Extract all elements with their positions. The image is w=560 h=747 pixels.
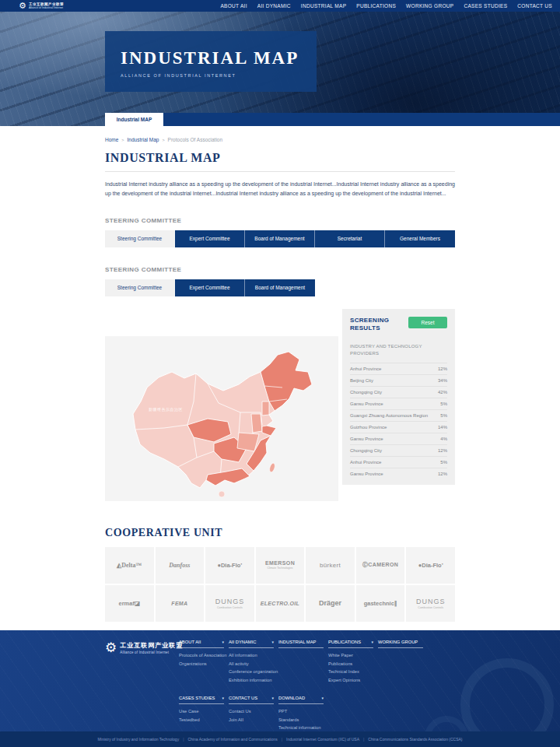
partner-logo-text: FEMA [171,601,187,606]
footer-link[interactable]: Join AII [229,717,274,722]
footer-column-title-text: AII DYNAMIC [229,640,256,644]
committee-tab-steering-committee[interactable]: Steering Committee [105,279,175,296]
partner-logo-cell[interactable]: Danfoss [156,547,205,584]
footer-column-title[interactable]: INDUSTRIAL MAP [278,640,324,648]
footer-gear-icon: ⚙ [105,641,117,654]
footer-link[interactable]: All activity [229,661,274,666]
footer-link[interactable]: Exhibition information [229,678,274,682]
main-nav-items: ABOUT AIIAII DYNAMICINDUSTRIAL MAPPUBLIC… [220,3,552,9]
partner-logo-cell[interactable]: bürkert [306,547,355,584]
footer-link[interactable]: Contact Us [229,709,274,714]
footer-link[interactable]: All information [229,653,274,658]
footer-column-title[interactable]: CONTACT US▾ [229,696,274,704]
gear-logo-icon: ⚙ [19,2,26,10]
map-region-label: 新疆维吾尔自治区 [149,407,183,412]
partner-logo-cell[interactable]: ●Dia-Flo’ [205,547,254,584]
partner-logo-cell[interactable]: EMERSONClimate Technologies [256,547,305,584]
committee-tab-expert-committee[interactable]: Expert Committee [175,279,245,296]
screening-row[interactable]: Anhui Province12% [350,363,447,374]
footer-column-title-text: CASES STUDIES [179,696,215,700]
footer-link[interactable]: Expert Opinions [328,678,373,682]
tab-industrial-map[interactable]: Industrial MAP [105,113,163,126]
footer-link[interactable]: Standards [278,717,324,722]
bottom-link[interactable]: Industrial Internet Consortium (IIC) of … [286,737,359,742]
partner-logo-cell[interactable]: ELECTRO.OIL [256,585,305,622]
screening-row-list: Anhui Province12%Beijing City34%Chongqin… [350,363,447,479]
screening-row[interactable]: Gansu Province12% [350,468,447,479]
breadcrumb-industrial-map[interactable]: Industrial Map [128,137,159,142]
screening-row[interactable]: Anhui Province5% [350,456,447,468]
partner-logo-cell[interactable]: ◭Delta™ [105,547,154,584]
partner-logo-cell[interactable]: ermaf◪ [105,585,154,622]
breadcrumb-home[interactable]: Home [105,137,118,142]
footer-column-links: Protocols of AssociationOrganizations [179,653,224,666]
nav-item-aii-dynamic[interactable]: AII DYNAMIC [257,3,291,9]
partner-logo-cell[interactable]: DUNGSCombustion Controls [205,585,254,622]
committee-tab-board-of-management[interactable]: Board of Management [245,230,315,247]
nav-item-contact-us[interactable]: CONTACT US [517,3,552,9]
reset-button[interactable]: Reset [408,317,447,328]
nav-item-about-aii[interactable]: ABOUT AII [220,3,247,9]
site-logo[interactable]: ⚙ 工业互联网产业联盟 Alliance of Industrial Inter… [19,2,64,10]
map-region-hainan [219,491,225,497]
footer-link[interactable]: Conference organization [229,669,274,674]
screening-row[interactable]: Beijing City34% [350,374,447,386]
china-map-panel: 新疆维吾尔自治区 [105,336,338,501]
partner-logo-cell[interactable]: FEMA [156,585,205,622]
footer-column-title[interactable]: PUBLICATIONS▾ [328,640,373,648]
partner-logo-cell[interactable]: ●Dia-Flo’ [406,547,455,584]
footer-column-title[interactable]: DOWNLOAD▾ [278,696,324,704]
page-description: Industrial Internet industry alliance as… [105,180,455,198]
footer-link[interactable]: White Paper [328,653,373,658]
screening-row-name: Chongqing City [350,390,382,395]
footer-link[interactable]: Protocols of Association [179,653,224,658]
footer-logo[interactable]: ⚙ 工业互联网产业联盟 Alliance of Industrial Inter… [105,641,183,654]
bottom-link[interactable]: China Communications Standards Associati… [368,737,462,742]
partner-logo-text: DUNGS [416,598,446,605]
chevron-down-icon: ▾ [222,696,224,700]
footer-column-title[interactable]: ABOUT AII▾ [179,640,224,648]
map-region-shanxi [251,414,262,433]
screening-row-name: Anhui Province [350,460,381,465]
footer-column-title[interactable]: AII DYNAMIC▾ [229,640,274,648]
nav-item-publications[interactable]: PUBLICATIONS [356,3,396,9]
footer-link[interactable]: Technical Index [328,669,373,674]
screening-row[interactable]: Gansu Province4% [350,433,447,444]
bottom-link[interactable]: China Academy of Information and Communi… [187,737,277,742]
committee-tab-secretariat[interactable]: Secretariat [315,230,385,247]
footer-column-title[interactable]: WORKING GROUP [378,640,423,648]
partner-logo-cell[interactable]: Dräger [306,585,355,622]
screening-row[interactable]: Chongqing City42% [350,386,447,398]
hero-title-panel: INDUSTRIAL MAP ALLIANCE OF INDUSTRIAL IN… [105,31,317,92]
nav-item-cases-studies[interactable]: CASES STUDIES [464,3,507,9]
committee-tabs-2: Steering CommitteeExpert CommitteeBoard … [105,279,455,296]
bottom-link[interactable]: Ministry of Industry and Information Tec… [97,737,179,742]
partner-logo-text: Danfoss [169,562,190,569]
committee-tab-board-of-management[interactable]: Board of Management [245,279,315,296]
committee-tab-expert-committee[interactable]: Expert Committee [175,230,245,247]
screening-row[interactable]: Guizhou Province14% [350,421,447,433]
footer-column-title[interactable]: CASES STUDIES▾ [179,696,224,704]
screening-row[interactable]: Guangxi Zhuang Autonomous Region5% [350,409,447,421]
partner-logo-cell[interactable]: ⒸCAMERON [356,547,405,584]
screening-row-value: 42% [438,390,447,395]
footer-link[interactable]: Technical information [278,725,324,730]
screening-row-value: 4% [440,437,447,441]
footer-link[interactable]: Publications [328,661,373,666]
nav-item-industrial-map[interactable]: INDUSTRIAL MAP [301,3,347,9]
footer-link[interactable]: Organizations [179,661,224,666]
footer-column-links: All informationAll activityConference or… [229,653,274,682]
partner-logo-cell[interactable]: DUNGSCombustion Controls [406,585,455,622]
partner-logo-cell[interactable]: gastechnic∥ [356,585,405,622]
footer-link[interactable]: Use Case [179,709,224,714]
footer-link[interactable]: PPT [278,709,324,714]
committee-tab-steering-committee[interactable]: Steering Committee [105,230,175,247]
nav-item-working-group[interactable]: WORKING GROUP [406,3,453,9]
screening-row[interactable]: Gansu Province5% [350,398,447,409]
bottom-link-separator: | [282,737,282,742]
footer-logo-subtitle-en: Alliance of Industrial Internet [120,651,183,654]
china-choropleth-map[interactable]: 新疆维吾尔自治区 [105,336,338,501]
committee-tab-general-members[interactable]: General Members [385,230,455,247]
footer-link[interactable]: Testedbed [179,717,224,722]
screening-row[interactable]: Chongqing City12% [350,444,447,456]
